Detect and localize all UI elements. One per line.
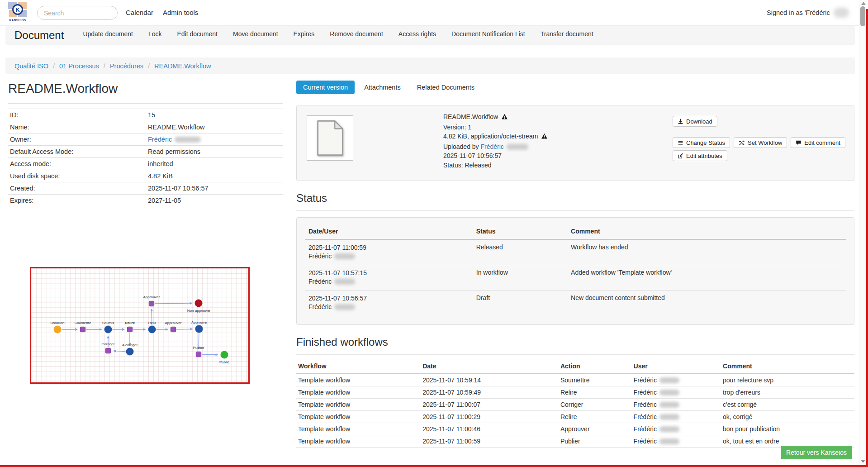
page-title: README.Workflow bbox=[8, 81, 283, 96]
tab-related-documents[interactable]: Related Documents bbox=[410, 81, 481, 94]
edit-comment-button[interactable]: Edit comment bbox=[791, 137, 845, 148]
fw-col-workflow: Workflow bbox=[296, 360, 421, 374]
diagram-node-approuver bbox=[149, 301, 154, 306]
fw-date: 2025-11-07 11:00:46 bbox=[421, 423, 559, 435]
fw-date: 2025-11-07 11:00:29 bbox=[421, 411, 559, 423]
status-col-date-user: Date/User bbox=[305, 224, 473, 239]
diagram-node-publier bbox=[196, 352, 201, 357]
redacted-name bbox=[659, 438, 679, 444]
status-comment: Added workflow 'Template workflow' bbox=[567, 265, 846, 291]
fw-comment: trop d'erreurs bbox=[721, 386, 854, 399]
nav-link-admin-tools[interactable]: Admin tools bbox=[163, 9, 198, 16]
diagram-label-corriger: Corriger bbox=[102, 342, 115, 346]
menu-item-update-document[interactable]: Update document bbox=[83, 30, 133, 38]
change-status-button[interactable]: Change Status bbox=[673, 137, 730, 148]
breadcrumb-link-readme-workflow[interactable]: README.Workflow bbox=[154, 62, 211, 70]
status-comment: Workflow has ended bbox=[567, 239, 846, 265]
set-workflow-button[interactable]: Set Workflow bbox=[734, 137, 787, 148]
menu-items: Update documentLockEdit documentMove doc… bbox=[83, 30, 593, 38]
fw-workflow: Template workflow bbox=[296, 374, 421, 386]
menu-item-transfer-document[interactable]: Transfer document bbox=[541, 30, 593, 38]
diagram-node-approuv- bbox=[195, 325, 203, 333]
status-comment: New document content submitted bbox=[567, 291, 846, 316]
status-row: 2025-11-07 10:56:57FrédéricDraftNew docu… bbox=[305, 291, 846, 316]
info-spacer-row bbox=[8, 104, 283, 109]
diagram-label-relu: Relu bbox=[148, 321, 156, 325]
nav-link-calendar[interactable]: Calendar bbox=[126, 9, 153, 16]
redacted-name bbox=[659, 402, 679, 408]
info-value: 15 bbox=[146, 109, 283, 121]
diagram-label-publier: Publier bbox=[193, 346, 204, 350]
finished-workflows-table: WorkflowDateActionUserComment Template w… bbox=[296, 360, 854, 448]
scrollbar-down-arrow-icon[interactable] bbox=[861, 460, 865, 463]
version-status: Status: Released bbox=[443, 161, 548, 170]
status-value: In workflow bbox=[473, 265, 567, 291]
menu-item-access-rights[interactable]: Access rights bbox=[398, 30, 436, 38]
version-actions-middle: Change StatusSet WorkflowEdit comment bbox=[673, 137, 845, 148]
scrollbar-up-arrow-icon[interactable] bbox=[861, 2, 866, 5]
document-info-table: ID:15Name:README.WorkflowOwner:FrédéricD… bbox=[8, 103, 283, 206]
fw-col-comment: Comment bbox=[721, 360, 854, 374]
logo-squares: K bbox=[8, 2, 27, 18]
info-row-name-: Name:README.Workflow bbox=[8, 121, 283, 133]
status-row: 2025-11-07 10:57:15FrédéricIn workflowAd… bbox=[305, 265, 846, 291]
info-value: Read permissions bbox=[146, 146, 283, 158]
menu-item-expires[interactable]: Expires bbox=[294, 30, 315, 38]
info-label: Used disk space: bbox=[8, 170, 146, 182]
info-row-created-: Created:2025-11-07 10:56:57 bbox=[8, 182, 283, 195]
status-date: 2025-11-07 10:56:57 bbox=[308, 294, 469, 303]
status-col-status: Status bbox=[473, 224, 567, 239]
status-heading: Status bbox=[296, 192, 854, 211]
version-number: Version: 1 bbox=[443, 123, 548, 132]
info-row-owner-: Owner:Frédéric bbox=[8, 133, 283, 146]
status-date-user: 2025-11-07 10:57:15Frédéric bbox=[305, 265, 473, 291]
fw-date: 2025-11-07 11:00:07 bbox=[421, 399, 559, 411]
breadcrumb-link-qualit-iso[interactable]: Qualité ISO bbox=[14, 62, 48, 70]
status-value: Draft bbox=[473, 291, 567, 316]
breadcrumb-link-01-processus[interactable]: 01 Processus bbox=[59, 62, 99, 70]
uploader-link[interactable]: Frédéric bbox=[481, 143, 504, 150]
screen-share-border-right bbox=[866, 9, 868, 467]
owner-link[interactable]: Frédéric bbox=[148, 136, 172, 143]
fw-action: Relire bbox=[559, 411, 632, 423]
diagram-label-non-approuv-: Non approuvé bbox=[187, 309, 210, 313]
search-input[interactable] bbox=[37, 6, 118, 20]
user-avatar[interactable] bbox=[834, 8, 849, 18]
version-name: README.Workflow bbox=[443, 113, 498, 120]
fw-user: Frédéric bbox=[632, 374, 721, 386]
breadcrumb: Qualité ISO/01 Processus/Procédures/READ… bbox=[5, 57, 855, 74]
diagram-label-soumettre: Soumettre bbox=[75, 321, 91, 325]
menu-item-edit-document[interactable]: Edit document bbox=[177, 30, 218, 38]
download-button[interactable]: Download bbox=[673, 116, 717, 127]
menu-item-document-notification-list[interactable]: Document Notification List bbox=[451, 30, 525, 38]
tab-current-version[interactable]: Current version bbox=[296, 81, 355, 94]
diagram-node-soumettre bbox=[80, 327, 85, 332]
fw-action: Relire bbox=[559, 386, 632, 399]
diagram-label-approuv-: Approuvé bbox=[191, 320, 207, 324]
menu-item-remove-document[interactable]: Remove document bbox=[330, 30, 383, 38]
info-label: ID: bbox=[8, 109, 146, 121]
page-scrollbar[interactable] bbox=[859, 0, 867, 467]
edit-attributes-button[interactable]: Edit attributes bbox=[673, 150, 727, 161]
fw-comment: pour relecture svp bbox=[721, 374, 854, 386]
redacted-name bbox=[507, 144, 528, 150]
breadcrumb-link-proc-dures[interactable]: Procédures bbox=[110, 62, 143, 70]
tab-attachments[interactable]: Attachments bbox=[357, 81, 408, 94]
menu-item-lock[interactable]: Lock bbox=[148, 30, 162, 38]
info-row-id-: ID:15 bbox=[8, 109, 283, 121]
info-row-used-disk-space-: Used disk space:4.82 KiB bbox=[8, 170, 283, 182]
scrollbar-thumb[interactable] bbox=[860, 6, 865, 26]
set-workflow-button-label: Set Workflow bbox=[748, 139, 782, 146]
kanseios-logo[interactable]: K KANSEIOS bbox=[6, 2, 29, 24]
status-date-user: 2025-11-07 11:00:59Frédéric bbox=[305, 239, 473, 265]
status-user: Frédéric bbox=[308, 252, 469, 261]
menu-item-move-document[interactable]: Move document bbox=[233, 30, 278, 38]
redacted-name bbox=[659, 426, 679, 432]
fw-user: Frédéric bbox=[632, 435, 721, 448]
status-value: Released bbox=[473, 239, 567, 265]
fw-action: Soumettre bbox=[559, 374, 632, 386]
back-to-kanseios-button[interactable]: Retour vers Kanseios bbox=[781, 446, 852, 459]
status-col-comment: Comment bbox=[567, 224, 846, 239]
uploaded-by-label: Uploaded by bbox=[443, 143, 479, 150]
status-date: 2025-11-07 10:57:15 bbox=[308, 269, 469, 277]
